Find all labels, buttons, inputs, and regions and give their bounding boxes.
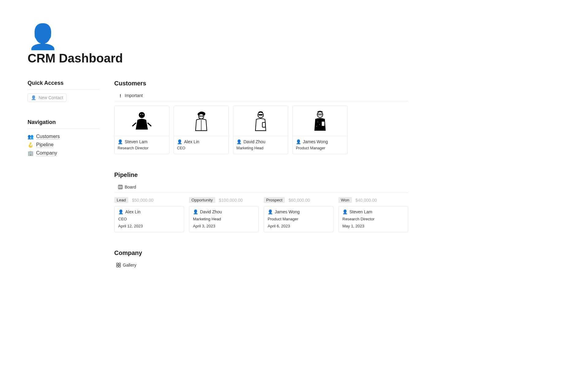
navigation-heading: Navigation: [28, 119, 100, 125]
customers-section: Customers ! Important: [114, 80, 408, 154]
pipeline-column-opportunity: Opportunity $100,000.00 👤David Zhou Mark…: [189, 197, 259, 232]
customer-avatar: [233, 106, 288, 136]
board-icon: [118, 185, 123, 189]
svg-rect-7: [258, 114, 263, 115]
pipeline-card[interactable]: 👤James Wong Product Manager April 6, 202…: [264, 206, 334, 232]
pipeline-card-date: April 6, 2023: [268, 224, 330, 228]
main-content: Customers ! Important: [114, 80, 408, 271]
hook-icon: 🪝: [28, 142, 34, 148]
nav-label: Customers: [36, 134, 60, 140]
new-contact-label: New Contact: [39, 95, 63, 100]
pipeline-amount: $50,000.00: [132, 198, 153, 203]
pipeline-tag[interactable]: Lead: [114, 197, 128, 203]
customer-name: Alex Lin: [184, 139, 199, 144]
nav-item-pipeline[interactable]: 🪝 Pipeline: [28, 141, 100, 149]
pipeline-card[interactable]: 👤Alex Lin CEO April 12, 2023: [114, 206, 184, 232]
svg-rect-21: [117, 265, 119, 267]
customer-card[interactable]: 👤Alex Lin CEO: [174, 106, 229, 154]
customer-card[interactable]: 👤James Wong Product Manager: [292, 106, 348, 154]
customers-view-label: Important: [125, 93, 143, 98]
svg-rect-8: [262, 122, 266, 127]
pipeline-card-role: Marketing Head: [193, 217, 255, 221]
customer-name: David Zhou: [243, 139, 266, 144]
customer-role: Product Manager: [296, 146, 344, 150]
pipeline-card-date: April 12, 2023: [118, 224, 180, 228]
divider: [114, 193, 408, 193]
pipeline-column-prospect: Prospect $60,000.00 👤James Wong Product …: [264, 197, 334, 232]
new-contact-button[interactable]: 👤 New Contact: [28, 93, 66, 102]
svg-rect-12: [322, 122, 325, 126]
pipeline-tag[interactable]: Won: [338, 197, 352, 203]
company-heading: Company: [114, 249, 408, 257]
company-view-tab[interactable]: Gallery: [114, 261, 138, 271]
customer-role: Marketing Head: [236, 146, 285, 150]
customer-role: Research Director: [118, 146, 166, 150]
nav-label: Company: [36, 150, 57, 156]
customer-name: Steven Lam: [125, 139, 148, 144]
people-icon: 👥: [28, 134, 34, 140]
pipeline-amount: $100,000.00: [219, 198, 243, 203]
pipeline-card-name: David Zhou: [200, 209, 222, 214]
building-icon: 🏢: [28, 150, 34, 156]
person-icon: 👤: [296, 139, 301, 144]
nav-label: Pipeline: [36, 142, 54, 148]
svg-point-0: [139, 112, 145, 118]
important-icon: !: [118, 93, 123, 98]
pipeline-view-tab[interactable]: Board: [114, 183, 137, 193]
pipeline-card-name: Alex Lin: [125, 209, 141, 214]
svg-rect-16: [119, 185, 123, 189]
person-illustration-icon: [131, 109, 153, 133]
pipeline-card-role: Product Manager: [268, 217, 330, 221]
page-title: CRM Dashboard: [28, 51, 560, 65]
svg-rect-19: [117, 263, 119, 265]
gallery-icon: [116, 263, 121, 268]
divider: [28, 89, 100, 90]
company-section: Company Gallery: [114, 249, 408, 271]
customer-avatar: [293, 106, 347, 136]
pipeline-tag[interactable]: Prospect: [264, 197, 285, 203]
customer-name: James Wong: [303, 139, 328, 144]
customers-heading: Customers: [114, 80, 408, 87]
pipeline-card-date: May 1, 2023: [342, 224, 404, 228]
page-icon[interactable]: 👤: [28, 24, 560, 49]
svg-point-14: [319, 124, 320, 125]
person-icon: 👤: [268, 209, 273, 214]
pipeline-section: Pipeline Board Lead $50,000.00 👤Alex Lin: [114, 171, 408, 232]
svg-rect-20: [119, 263, 121, 265]
pipeline-amount: $60,000.00: [288, 198, 310, 203]
quick-access-heading: Quick Access: [28, 80, 100, 86]
customer-role: CEO: [177, 146, 225, 150]
pipeline-amount: $40,000.00: [356, 198, 377, 203]
pipeline-tag[interactable]: Opportunity: [189, 197, 215, 203]
pipeline-card-name: Steven Lam: [349, 209, 372, 214]
svg-point-2: [142, 114, 143, 115]
customer-card[interactable]: 👤David Zhou Marketing Head: [233, 106, 288, 154]
nav-item-company[interactable]: 🏢 Company: [28, 149, 100, 157]
customer-avatar: [115, 106, 169, 136]
pipeline-column-won: Won $40,000.00 👤Steven Lam Research Dire…: [338, 197, 408, 232]
pipeline-card-name: James Wong: [275, 209, 300, 214]
person-illustration-icon: [250, 109, 272, 133]
svg-point-13: [318, 122, 318, 122]
pipeline-card[interactable]: 👤David Zhou Marketing Head April 3, 2023: [189, 206, 259, 232]
svg-point-1: [140, 114, 141, 115]
person-icon: 👤: [177, 139, 182, 144]
person-icon: 👤: [342, 209, 348, 214]
pipeline-card[interactable]: 👤Steven Lam Research Director May 1, 202…: [338, 206, 408, 232]
person-illustration-icon: [190, 109, 212, 133]
customer-card[interactable]: 👤Steven Lam Research Director: [114, 106, 169, 154]
person-illustration-icon: [309, 109, 331, 133]
customer-avatar: [174, 106, 228, 136]
divider: [28, 129, 100, 129]
person-icon: 👤: [31, 95, 36, 100]
pipeline-heading: Pipeline: [114, 171, 408, 178]
pipeline-card-role: Research Director: [342, 217, 404, 221]
svg-point-15: [316, 126, 317, 127]
pipeline-view-label: Board: [125, 185, 136, 189]
company-view-label: Gallery: [123, 263, 136, 268]
person-icon: 👤: [193, 209, 198, 214]
svg-rect-22: [119, 265, 121, 267]
customers-view-tab[interactable]: ! Important: [114, 92, 144, 101]
nav-item-customers[interactable]: 👥 Customers: [28, 133, 100, 141]
person-icon: 👤: [118, 139, 123, 144]
